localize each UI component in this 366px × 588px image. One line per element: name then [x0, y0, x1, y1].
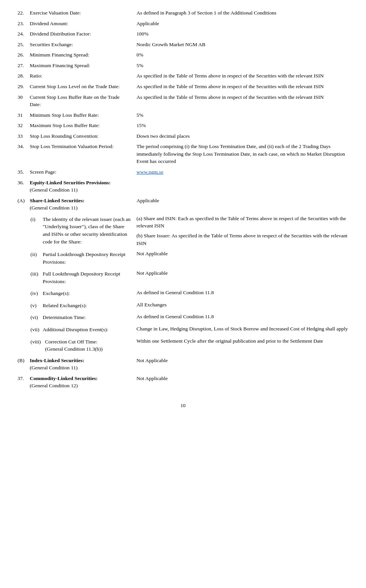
item-label-inner: Exchange(s): — [43, 290, 131, 297]
table-row: 30 Current Stop Loss Buffer Rate on the … — [15, 92, 351, 110]
table-row: 36. Equity-Linked Securities Provisions:… — [15, 177, 351, 195]
item-num-inner: (i) — [30, 216, 42, 245]
item-num — [15, 213, 27, 248]
item-value: Not Applicable — [134, 268, 351, 287]
row-num: 32 — [15, 120, 27, 131]
row-num: 33 — [15, 131, 27, 142]
row-value: As defined in Paragraph 3 of Section 1 o… — [134, 8, 351, 18]
row-label: Stop Loss Termination Valuation Period: — [27, 141, 134, 167]
table-row: 25. Securities Exchange: Nordic Growth M… — [15, 39, 351, 50]
section-B-header: (B) Index-Linked Securities: (General Co… — [15, 355, 351, 373]
row-value: Not Applicable — [134, 373, 351, 391]
item-label: (v) Related Exchange(s): — [27, 300, 134, 312]
row-label: Dividend Distribution Factor: — [27, 29, 134, 39]
table-row: 24. Dividend Distribution Factor: 100% — [15, 29, 351, 39]
row-num: 25. — [15, 39, 27, 50]
row-num: 34. — [15, 141, 27, 167]
row-label: Current Stop Loss Buffer Rate on the Tra… — [27, 92, 134, 110]
row-label: Commodity-Linked Securities: (General Co… — [27, 373, 134, 391]
item-value-ab: (a) Share and ISIN: Each as specified in… — [134, 213, 351, 248]
item-num — [15, 268, 27, 287]
row-value: Nordic Growth Market NGM AB — [134, 39, 351, 50]
row-value: Down two decimal places — [134, 131, 351, 142]
row-value: The period comprising (i) the Stop Loss … — [134, 141, 351, 167]
item-num-inner: (v) — [30, 302, 42, 309]
row-label: Screen Page: — [27, 167, 134, 177]
item-label-inner: Additional Disruption Event(s): — [43, 326, 131, 333]
main-document-table: 22. Exercise Valuation Date: As defined … — [15, 8, 351, 391]
row-label: Stop Loss Rounding Convention: — [27, 131, 134, 142]
section-a-item-viii: (viii) Correction Cut Off Time: (General… — [15, 336, 351, 355]
item-value: As defined in General Condition 11.8 — [134, 287, 351, 300]
screen-page-link[interactable]: www.ngm.se — [136, 169, 163, 175]
section-a-label: Share-Linked Securities: (General Condit… — [27, 195, 134, 213]
row-num: 36. — [15, 177, 27, 195]
row-value: 100% — [134, 29, 351, 39]
section-a-item-iii: (iii) Full Lookthrough Depository Receip… — [15, 268, 351, 287]
section-b-label: Index-Linked Securities: (General Condit… — [27, 355, 134, 373]
item-num-inner: (iii) — [30, 270, 42, 285]
row-num: 24. — [15, 29, 27, 39]
row-label: Minimum Financing Spread: — [27, 50, 134, 60]
row-value: 15% — [134, 120, 351, 131]
row-value: 0% — [134, 50, 351, 60]
row-value-link[interactable]: www.ngm.se — [134, 167, 351, 177]
row-num: 22. — [15, 8, 27, 18]
item-label: (vii) Additional Disruption Event(s): — [27, 324, 134, 336]
row-label: Ratio: — [27, 71, 134, 81]
section-a-item-i: (i) The identity of the relevant issuer … — [15, 213, 351, 248]
row-label-bold: Equity-Linked Securities Provisions: (Ge… — [27, 177, 351, 195]
row-label: Current Stop Loss Level on the Trade Dat… — [27, 81, 134, 92]
item-num-inner: (ii) — [30, 251, 42, 266]
item-label: (viii) Correction Cut Off Time: (General… — [27, 336, 134, 355]
item-label-inner: Full Lookthrough Depository Receipt Prov… — [43, 270, 131, 285]
row-num: 26. — [15, 50, 27, 60]
page-number: 10 — [15, 403, 351, 409]
item-label-inner: Correction Cut Off Time: (General Condit… — [45, 338, 131, 353]
section-a-marker: (A) — [15, 195, 27, 213]
item-num — [15, 287, 27, 300]
row-label: Maximum Stop Loss Buffer Rate: — [27, 120, 134, 131]
section-b-value: Not Applicable — [134, 355, 351, 373]
section-a-item-iv: (iv) Exchange(s): As defined in General … — [15, 287, 351, 300]
item-label: (vi) Determination Time: — [27, 311, 134, 324]
table-row: 28. Ratio: As specified in the Table of … — [15, 71, 351, 81]
row-label: Securities Exchange: — [27, 39, 134, 50]
item-value: Not Applicable — [134, 248, 351, 268]
item-num-inner: (vii) — [30, 326, 42, 333]
table-row: 35. Screen Page: www.ngm.se — [15, 167, 351, 177]
row-value: As specified in the Table of Terms above… — [134, 92, 351, 110]
section-a-item-vii: (vii) Additional Disruption Event(s): Ch… — [15, 324, 351, 336]
section-a-item-ii: (ii) Partial Lookthrough Depository Rece… — [15, 248, 351, 268]
row-label: Dividend Amount: — [27, 18, 134, 29]
table-row: 32 Maximum Stop Loss Buffer Rate: 15% — [15, 120, 351, 131]
item-num — [15, 248, 27, 268]
table-row: 31 Minimum Stop Loss Buffer Rate: 5% — [15, 110, 351, 121]
row-value: 5% — [134, 110, 351, 121]
row-label: Exercise Valuation Date: — [27, 8, 134, 18]
row-num: 27. — [15, 60, 27, 71]
item-label-inner: The identity of the relevant issuer (eac… — [43, 216, 131, 245]
section-a-item-v: (v) Related Exchange(s): All Exchanges — [15, 300, 351, 312]
item-num-inner: (viii) — [30, 338, 44, 353]
item-label: (i) The identity of the relevant issuer … — [27, 213, 134, 248]
table-row: 26. Minimum Financing Spread: 0% — [15, 50, 351, 60]
item-label-inner: Partial Lookthrough Depository Receipt P… — [43, 251, 131, 266]
item-num — [15, 300, 27, 312]
row-value: As specified in the Table of Terms above… — [134, 71, 351, 81]
table-row: 29. Current Stop Loss Level on the Trade… — [15, 81, 351, 92]
item-num — [15, 324, 27, 336]
item-num — [15, 336, 27, 355]
section-b-marker: (B) — [15, 355, 27, 373]
item-num — [15, 311, 27, 324]
row-value: Applicable — [134, 18, 351, 29]
row-label: Maximum Financing Spread: — [27, 60, 134, 71]
row-label: Minimum Stop Loss Buffer Rate: — [27, 110, 134, 121]
item-num-inner: (iv) — [30, 290, 42, 297]
row-value: 5% — [134, 60, 351, 71]
item-value: As defined in General Condition 11.8 — [134, 311, 351, 324]
item-value: Change in Law, Hedging Disruption, Loss … — [134, 324, 351, 336]
section-a-item-vi: (vi) Determination Time: As defined in G… — [15, 311, 351, 324]
row-num: 37. — [15, 373, 27, 391]
table-row: 23. Dividend Amount: Applicable — [15, 18, 351, 29]
